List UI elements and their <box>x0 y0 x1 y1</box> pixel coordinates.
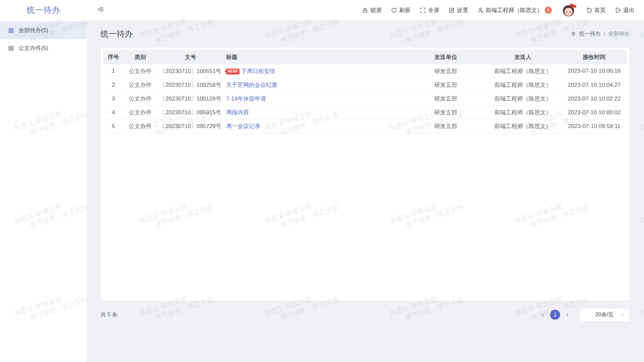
row-unit: 研发五部 <box>407 64 484 78</box>
row-doc-no: 〔20230710〕100258号 <box>157 78 224 92</box>
row-unit: 研发五部 <box>407 78 484 92</box>
refresh-label: 刷新 <box>399 6 411 14</box>
row-category: 公文办件 <box>123 106 157 119</box>
row-title-link[interactable]: 周一会议记录 <box>226 123 260 129</box>
page-size-value: 20条/页 <box>595 311 613 318</box>
table-row: 1公文办件〔20230710〕100551号NEW!下周日程安排研发五部前端工程… <box>103 64 627 78</box>
user-label: 前端工程师（陈思文） <box>486 6 543 14</box>
logout-icon <box>615 7 621 13</box>
column-header-no: 序号 <box>103 50 123 64</box>
logout-label: 退出 <box>623 6 635 14</box>
row-sender: 前端工程师（陈思文） <box>484 92 561 106</box>
row-category: 公文办件 <box>123 119 157 133</box>
row-doc-no: 〔20230710〕095729号 <box>157 119 224 133</box>
page-title: 统一待办 <box>101 28 133 39</box>
new-badge: NEW! <box>226 69 239 74</box>
user-icon <box>477 7 484 13</box>
sidebar: 全部待办(5) 公文办件(5) <box>0 20 87 362</box>
app-logo: 统一待办 <box>27 5 60 14</box>
row-category: 公文办件 <box>123 92 157 106</box>
todo-count-badge: 5 <box>545 7 552 14</box>
breadcrumb-item-current: 全部待办 <box>608 31 630 38</box>
row-category: 公文办件 <box>123 78 157 92</box>
fullscreen-icon <box>420 7 426 13</box>
row-sender: 前端工程师（陈思文） <box>484 78 561 92</box>
lock-icon <box>362 7 368 13</box>
row-doc-no: 〔20230710〕095915号 <box>157 106 224 119</box>
fullscreen-label: 全屏 <box>428 6 439 14</box>
column-header-unit: 发送单位 <box>407 50 484 64</box>
settings-button[interactable]: 设置 <box>448 6 468 14</box>
column-header-category: 类别 <box>123 50 157 64</box>
refresh-icon <box>391 7 397 13</box>
fullscreen-button[interactable]: 全屏 <box>420 6 439 14</box>
row-time: 2023-07-10 10:02:22 <box>561 92 627 106</box>
row-time: 2023-07-10 09:58:11 <box>561 119 627 133</box>
row-index: 5 <box>103 119 123 133</box>
row-title-link[interactable]: 7-14年休假申请 <box>226 96 266 102</box>
user-avatar[interactable] <box>561 2 577 18</box>
sidebar-item-all-todos[interactable]: 全部待办(5) <box>0 21 87 39</box>
chevron-down-icon <box>621 312 626 317</box>
row-doc-no: 〔20230710〕100551号 <box>157 64 224 78</box>
breadcrumb-item-root[interactable]: 统一待办 <box>579 31 601 38</box>
logo-area: 统一待办 <box>0 5 87 15</box>
page-size-select[interactable]: 20条/页 <box>579 308 630 321</box>
user-menu[interactable]: 前端工程师（陈思文） 5 <box>477 6 552 14</box>
topbar-actions: 锁屏 刷新 全屏 设置 <box>362 2 644 18</box>
sidebar-item-official-docs[interactable]: 公文办件(5) <box>0 39 87 57</box>
home-button[interactable]: 首页 <box>586 6 606 14</box>
app-root: 统一待办 锁屏 刷新 <box>0 0 644 362</box>
row-title-cell: 周一会议记录 <box>224 119 407 133</box>
row-time: 2023-07-10 10:06:16 <box>561 64 627 78</box>
table-row: 5公文办件〔20230710〕095729号周一会议记录研发五部前端工程师（陈思… <box>103 119 627 133</box>
row-title-cell: 关于官网的会议纪要 <box>224 78 407 92</box>
row-category: 公文办件 <box>123 64 157 78</box>
todo-table: 序号 类别 文号 标题 发送单位 发送人 接收时间 1公文办件〔20230710… <box>103 50 627 133</box>
logout-button[interactable]: 退出 <box>615 6 635 14</box>
row-sender: 前端工程师（陈思文） <box>484 64 561 78</box>
back-home-icon <box>586 7 592 13</box>
topbar: 统一待办 锁屏 刷新 <box>0 0 644 20</box>
home-label: 首页 <box>594 6 606 14</box>
row-time: 2023-07-10 10:04:27 <box>561 78 627 92</box>
breadcrumb: 统一待办 / 全部待办 <box>571 31 630 38</box>
row-unit: 研发五部 <box>407 119 484 133</box>
row-index: 2 <box>103 78 123 92</box>
row-title-cell: NEW!下周日程安排 <box>224 64 407 78</box>
refresh-button[interactable]: 刷新 <box>391 6 411 14</box>
main-content: 统一待办 统一待办 / 全部待办 序号 类别 文号 标题 发送单位 <box>87 20 644 362</box>
page-head: 统一待办 统一待办 / 全部待办 <box>101 20 630 48</box>
pager-pill: 1 <box>536 309 574 321</box>
table-header-row: 序号 类别 文号 标题 发送单位 发送人 接收时间 <box>103 50 627 64</box>
pagination-bar: 共 5 条 1 20条/页 <box>101 308 630 321</box>
todo-table-card: 序号 类别 文号 标题 发送单位 发送人 接收时间 1公文办件〔20230710… <box>101 48 630 301</box>
row-unit: 研发五部 <box>407 106 484 119</box>
table-row: 2公文办件〔20230710〕100258号关于官网的会议纪要研发五部前端工程师… <box>103 78 627 92</box>
row-sender: 前端工程师（陈思文） <box>484 106 561 119</box>
row-sender: 前端工程师（陈思文） <box>484 119 561 133</box>
lock-screen-button[interactable]: 锁屏 <box>362 6 382 14</box>
sidebar-item-label: 公文办件(5) <box>18 44 48 52</box>
column-header-doc-no: 文号 <box>157 50 224 64</box>
row-time: 2023-07-10 10:00:02 <box>561 106 627 119</box>
table-row: 3公文办件〔20230710〕100126号7-14年休假申请研发五部前端工程师… <box>103 92 627 106</box>
column-header-title: 标题 <box>224 50 407 64</box>
sidebar-item-label: 全部待办(5) <box>18 26 48 34</box>
lock-screen-label: 锁屏 <box>370 6 382 14</box>
grid-icon <box>8 27 14 34</box>
grid-icon <box>8 45 14 51</box>
menu-fold-icon <box>97 6 104 14</box>
next-page-button[interactable] <box>565 313 570 317</box>
row-title-link[interactable]: 关于官网的会议纪要 <box>226 82 277 88</box>
row-unit: 研发五部 <box>407 92 484 106</box>
settings-label: 设置 <box>457 6 468 14</box>
row-index: 4 <box>103 106 123 119</box>
prev-page-button[interactable] <box>541 313 545 317</box>
table-row: 4公文办件〔20230710〕095915号周报内容研发五部前端工程师（陈思文）… <box>103 106 627 119</box>
row-title-link[interactable]: 周报内容 <box>226 109 249 116</box>
row-title-link[interactable]: 下周日程安排 <box>241 68 275 74</box>
settings-edit-icon <box>448 7 455 13</box>
sidebar-collapse-button[interactable] <box>97 6 104 14</box>
page-number-button[interactable]: 1 <box>550 310 560 320</box>
